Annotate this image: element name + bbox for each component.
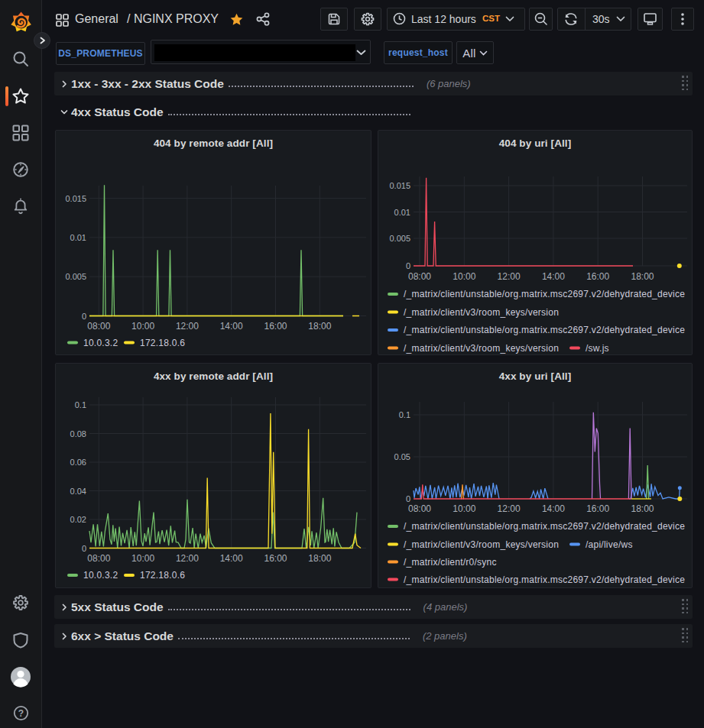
svg-text:0.06: 0.06 <box>70 458 86 467</box>
svg-text:172.18.0.6: 172.18.0.6 <box>140 570 185 581</box>
svg-text:0: 0 <box>406 261 410 270</box>
svg-text:14:00: 14:00 <box>542 503 565 514</box>
svg-text:12:00: 12:00 <box>498 503 521 514</box>
svg-text:0.08: 0.08 <box>70 429 86 438</box>
svg-text:18:00: 18:00 <box>308 553 331 564</box>
svg-text:12:00: 12:00 <box>176 553 199 564</box>
svg-text:18:00: 18:00 <box>308 321 331 332</box>
svg-text:?: ? <box>18 708 24 719</box>
svg-text:/sw.js: /sw.js <box>586 343 609 354</box>
svg-text:16:00: 16:00 <box>264 553 287 564</box>
svg-text:/_matrix/client/r0/sync: /_matrix/client/r0/sync <box>404 557 497 568</box>
svg-text:/_matrix/client/unstable/org.m: /_matrix/client/unstable/org.matrix.msc2… <box>404 325 685 335</box>
svg-text:10:00: 10:00 <box>453 271 475 282</box>
svg-text:0.1: 0.1 <box>75 400 86 409</box>
svg-text:18:00: 18:00 <box>631 503 654 514</box>
svg-text:08:00: 08:00 <box>408 503 431 514</box>
svg-text:12:00: 12:00 <box>498 271 521 282</box>
svg-text:14:00: 14:00 <box>220 553 243 564</box>
svg-text:0: 0 <box>406 494 410 503</box>
svg-text:0: 0 <box>82 544 86 553</box>
svg-text:0.04: 0.04 <box>70 487 86 496</box>
svg-text:08:00: 08:00 <box>87 553 110 564</box>
svg-text:172.18.0.6: 172.18.0.6 <box>140 338 185 348</box>
svg-text:0.005: 0.005 <box>65 272 86 281</box>
svg-text:/_matrix/client/v3/room_keys/v: /_matrix/client/v3/room_keys/version <box>404 307 559 318</box>
svg-text:/api/live/ws: /api/live/ws <box>586 539 633 550</box>
svg-text:10:00: 10:00 <box>131 553 154 564</box>
svg-text:0.015: 0.015 <box>389 181 410 190</box>
svg-text:16:00: 16:00 <box>264 321 287 332</box>
svg-text:0.01: 0.01 <box>70 233 86 242</box>
svg-text:08:00: 08:00 <box>87 321 110 332</box>
svg-text:10.0.3.2: 10.0.3.2 <box>83 338 118 348</box>
svg-text:0.1: 0.1 <box>399 410 410 419</box>
svg-text:/_matrix/client/unstable/org.m: /_matrix/client/unstable/org.matrix.msc2… <box>404 289 685 299</box>
svg-text:12:00: 12:00 <box>176 321 199 332</box>
svg-text:0.05: 0.05 <box>394 452 410 461</box>
svg-text:/_matrix/client/v3/room_keys/v: /_matrix/client/v3/room_keys/version <box>404 343 559 354</box>
svg-text:0: 0 <box>82 312 86 321</box>
svg-text:10.0.3.2: 10.0.3.2 <box>83 570 118 581</box>
svg-text:14:00: 14:00 <box>542 271 565 282</box>
svg-text:/_matrix/client/unstable/org.m: /_matrix/client/unstable/org.matrix.msc2… <box>404 574 685 585</box>
svg-text:/_matrix/client/unstable/org.m: /_matrix/client/unstable/org.matrix.msc2… <box>404 521 685 532</box>
svg-text:16:00: 16:00 <box>586 271 609 282</box>
svg-text:0.01: 0.01 <box>394 208 410 217</box>
svg-text:16:00: 16:00 <box>586 503 609 514</box>
svg-text:18:00: 18:00 <box>631 271 654 282</box>
svg-text:0.015: 0.015 <box>65 194 86 203</box>
svg-text:0.02: 0.02 <box>70 515 86 524</box>
svg-text:14:00: 14:00 <box>220 321 243 332</box>
svg-text:0.005: 0.005 <box>389 234 410 243</box>
svg-text:08:00: 08:00 <box>408 271 431 282</box>
svg-text:/_matrix/client/v3/room_keys/v: /_matrix/client/v3/room_keys/version <box>404 539 559 550</box>
svg-text:10:00: 10:00 <box>453 503 475 514</box>
svg-text:10:00: 10:00 <box>131 321 154 332</box>
